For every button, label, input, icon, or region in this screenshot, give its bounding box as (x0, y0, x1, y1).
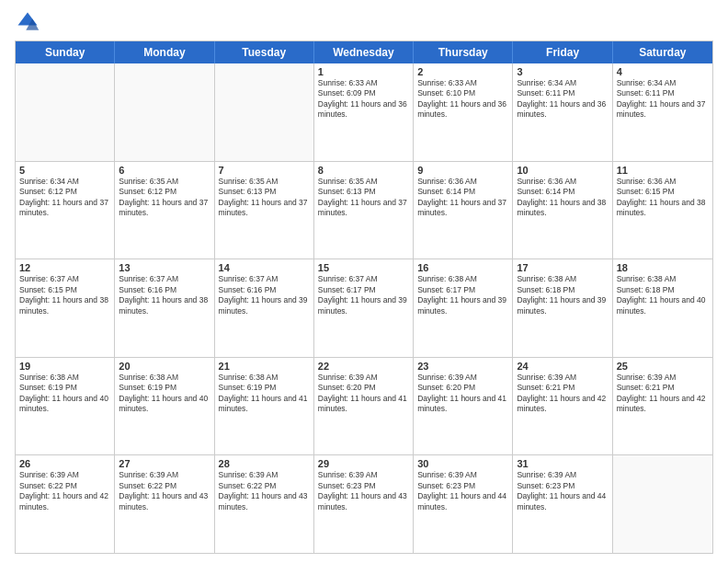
calendar-cell: 21Sunrise: 6:38 AM Sunset: 6:19 PM Dayli… (215, 358, 314, 455)
day-info: Sunrise: 6:39 AM Sunset: 6:22 PM Dayligh… (119, 470, 210, 512)
day-info: Sunrise: 6:33 AM Sunset: 6:09 PM Dayligh… (318, 78, 409, 121)
day-info: Sunrise: 6:34 AM Sunset: 6:11 PM Dayligh… (617, 78, 709, 121)
calendar-cell: 23Sunrise: 6:39 AM Sunset: 6:20 PM Dayli… (414, 358, 513, 455)
day-info: Sunrise: 6:39 AM Sunset: 6:21 PM Dayligh… (517, 373, 608, 415)
day-number: 26 (19, 458, 110, 469)
day-number: 24 (517, 361, 608, 372)
calendar-cell: 13Sunrise: 6:37 AM Sunset: 6:16 PM Dayli… (115, 259, 214, 357)
calendar-cell: 2Sunrise: 6:33 AM Sunset: 6:10 PM Daylig… (414, 63, 513, 161)
day-number: 22 (318, 361, 409, 372)
calendar-row-3: 12Sunrise: 6:37 AM Sunset: 6:15 PM Dayli… (16, 259, 712, 357)
day-number: 27 (119, 458, 210, 469)
day-info: Sunrise: 6:36 AM Sunset: 6:14 PM Dayligh… (517, 177, 608, 219)
day-info: Sunrise: 6:39 AM Sunset: 6:21 PM Dayligh… (617, 373, 709, 415)
calendar-cell: 15Sunrise: 6:37 AM Sunset: 6:17 PM Dayli… (314, 259, 414, 357)
day-number: 9 (417, 165, 508, 176)
calendar-cell: 19Sunrise: 6:38 AM Sunset: 6:19 PM Dayli… (16, 358, 115, 455)
day-number: 23 (417, 361, 508, 372)
calendar-cell: 22Sunrise: 6:39 AM Sunset: 6:20 PM Dayli… (314, 358, 414, 455)
logo (15, 9, 44, 35)
calendar-cell (16, 63, 115, 161)
day-number: 11 (617, 165, 709, 176)
calendar-cell: 6Sunrise: 6:35 AM Sunset: 6:12 PM Daylig… (115, 162, 214, 259)
day-info: Sunrise: 6:38 AM Sunset: 6:19 PM Dayligh… (119, 373, 210, 415)
day-number: 21 (219, 361, 310, 372)
calendar-cell: 25Sunrise: 6:39 AM Sunset: 6:21 PM Dayli… (613, 358, 712, 455)
day-number: 28 (219, 458, 310, 469)
calendar-cell: 17Sunrise: 6:38 AM Sunset: 6:18 PM Dayli… (513, 259, 612, 357)
calendar-header: SundayMondayTuesdayWednesdayThursdayFrid… (16, 41, 712, 63)
day-info: Sunrise: 6:35 AM Sunset: 6:13 PM Dayligh… (318, 177, 409, 219)
calendar-row-4: 19Sunrise: 6:38 AM Sunset: 6:19 PM Dayli… (16, 357, 712, 455)
day-info: Sunrise: 6:38 AM Sunset: 6:17 PM Dayligh… (417, 274, 508, 316)
calendar-row-2: 5Sunrise: 6:34 AM Sunset: 6:12 PM Daylig… (16, 161, 712, 259)
day-info: Sunrise: 6:37 AM Sunset: 6:15 PM Dayligh… (19, 274, 110, 316)
calendar-body: 1Sunrise: 6:33 AM Sunset: 6:09 PM Daylig… (16, 63, 712, 553)
day-info: Sunrise: 6:35 AM Sunset: 6:13 PM Dayligh… (219, 177, 310, 219)
calendar-cell: 10Sunrise: 6:36 AM Sunset: 6:14 PM Dayli… (513, 162, 612, 259)
calendar-cell: 16Sunrise: 6:38 AM Sunset: 6:17 PM Dayli… (414, 259, 513, 357)
calendar-cell: 5Sunrise: 6:34 AM Sunset: 6:12 PM Daylig… (16, 162, 115, 259)
header-day-thursday: Thursday (414, 41, 513, 63)
calendar-cell: 1Sunrise: 6:33 AM Sunset: 6:09 PM Daylig… (314, 63, 414, 161)
calendar-cell: 27Sunrise: 6:39 AM Sunset: 6:22 PM Dayli… (115, 455, 214, 553)
header-day-monday: Monday (115, 41, 214, 63)
header (15, 9, 713, 35)
calendar-cell: 3Sunrise: 6:34 AM Sunset: 6:11 PM Daylig… (513, 63, 612, 161)
header-day-sunday: Sunday (16, 41, 115, 63)
day-number: 10 (517, 165, 608, 176)
header-day-saturday: Saturday (613, 41, 712, 63)
day-number: 13 (119, 262, 210, 273)
day-number: 20 (119, 361, 210, 372)
day-number: 2 (417, 66, 508, 77)
day-number: 3 (517, 66, 608, 77)
calendar-cell: 7Sunrise: 6:35 AM Sunset: 6:13 PM Daylig… (215, 162, 314, 259)
day-info: Sunrise: 6:36 AM Sunset: 6:15 PM Dayligh… (617, 177, 709, 219)
calendar-cell: 26Sunrise: 6:39 AM Sunset: 6:22 PM Dayli… (16, 455, 115, 553)
calendar-cell: 31Sunrise: 6:39 AM Sunset: 6:23 PM Dayli… (513, 455, 612, 553)
day-info: Sunrise: 6:36 AM Sunset: 6:14 PM Dayligh… (417, 177, 508, 219)
day-info: Sunrise: 6:39 AM Sunset: 6:22 PM Dayligh… (219, 470, 310, 512)
calendar-cell: 11Sunrise: 6:36 AM Sunset: 6:15 PM Dayli… (613, 162, 712, 259)
calendar-cell: 14Sunrise: 6:37 AM Sunset: 6:16 PM Dayli… (215, 259, 314, 357)
day-number: 6 (119, 165, 210, 176)
calendar-cell (215, 63, 314, 161)
day-number: 5 (19, 165, 110, 176)
day-info: Sunrise: 6:38 AM Sunset: 6:19 PM Dayligh… (19, 373, 110, 415)
header-day-wednesday: Wednesday (314, 41, 414, 63)
calendar-page: SundayMondayTuesdayWednesdayThursdayFrid… (0, 0, 728, 563)
day-info: Sunrise: 6:39 AM Sunset: 6:23 PM Dayligh… (517, 470, 608, 512)
calendar-row-5: 26Sunrise: 6:39 AM Sunset: 6:22 PM Dayli… (16, 454, 712, 553)
calendar-cell: 24Sunrise: 6:39 AM Sunset: 6:21 PM Dayli… (513, 358, 612, 455)
day-number: 1 (318, 66, 409, 77)
day-info: Sunrise: 6:39 AM Sunset: 6:23 PM Dayligh… (417, 470, 508, 512)
day-number: 19 (19, 361, 110, 372)
calendar: SundayMondayTuesdayWednesdayThursdayFrid… (15, 40, 713, 554)
header-day-tuesday: Tuesday (215, 41, 314, 63)
calendar-cell: 8Sunrise: 6:35 AM Sunset: 6:13 PM Daylig… (314, 162, 414, 259)
day-info: Sunrise: 6:37 AM Sunset: 6:16 PM Dayligh… (119, 274, 210, 316)
calendar-cell: 28Sunrise: 6:39 AM Sunset: 6:22 PM Dayli… (215, 455, 314, 553)
calendar-cell: 12Sunrise: 6:37 AM Sunset: 6:15 PM Dayli… (16, 259, 115, 357)
day-number: 30 (417, 458, 508, 469)
logo-icon (15, 9, 40, 35)
day-info: Sunrise: 6:37 AM Sunset: 6:16 PM Dayligh… (219, 274, 310, 316)
day-info: Sunrise: 6:39 AM Sunset: 6:20 PM Dayligh… (318, 373, 409, 415)
day-info: Sunrise: 6:38 AM Sunset: 6:18 PM Dayligh… (617, 274, 709, 316)
day-number: 16 (417, 262, 508, 273)
day-info: Sunrise: 6:34 AM Sunset: 6:12 PM Dayligh… (19, 177, 110, 219)
calendar-cell: 18Sunrise: 6:38 AM Sunset: 6:18 PM Dayli… (613, 259, 712, 357)
day-number: 29 (318, 458, 409, 469)
day-info: Sunrise: 6:39 AM Sunset: 6:23 PM Dayligh… (318, 470, 409, 512)
day-info: Sunrise: 6:38 AM Sunset: 6:18 PM Dayligh… (517, 274, 608, 316)
day-number: 18 (617, 262, 709, 273)
day-info: Sunrise: 6:39 AM Sunset: 6:20 PM Dayligh… (417, 373, 508, 415)
header-day-friday: Friday (513, 41, 612, 63)
day-info: Sunrise: 6:33 AM Sunset: 6:10 PM Dayligh… (417, 78, 508, 121)
calendar-cell: 4Sunrise: 6:34 AM Sunset: 6:11 PM Daylig… (613, 63, 712, 161)
day-number: 15 (318, 262, 409, 273)
day-info: Sunrise: 6:39 AM Sunset: 6:22 PM Dayligh… (19, 470, 110, 512)
calendar-cell: 30Sunrise: 6:39 AM Sunset: 6:23 PM Dayli… (414, 455, 513, 553)
day-info: Sunrise: 6:34 AM Sunset: 6:11 PM Dayligh… (517, 78, 608, 121)
day-number: 25 (617, 361, 709, 372)
